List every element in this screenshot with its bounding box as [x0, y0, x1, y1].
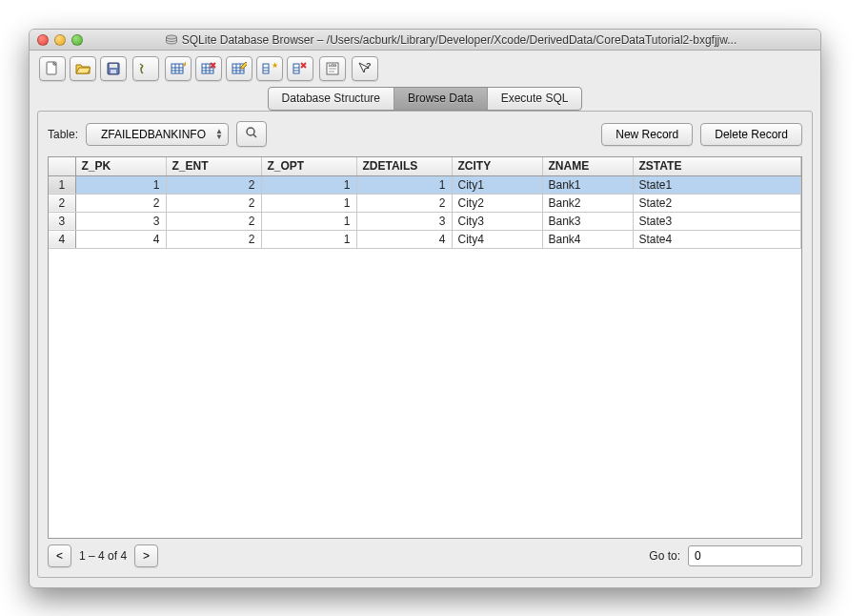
minimize-window-button[interactable]: [54, 34, 66, 46]
table-dropdown[interactable]: ZFAILEDBANKINFO: [86, 123, 229, 146]
table-cell[interactable]: 2: [166, 175, 261, 194]
table-cell[interactable]: 2: [166, 230, 261, 248]
svg-text:?: ?: [366, 61, 372, 71]
table-cell[interactable]: 1: [261, 194, 356, 212]
delete-table-button[interactable]: [195, 56, 222, 81]
table-row[interactable]: 22212City2Bank2State2: [49, 194, 801, 212]
table-cell[interactable]: 1: [261, 212, 356, 230]
table-cell[interactable]: Bank4: [542, 230, 633, 248]
svg-rect-4: [111, 70, 116, 73]
table-cell[interactable]: Bank1: [542, 175, 633, 194]
table-label: Table:: [48, 128, 78, 141]
table-header-zpk[interactable]: Z_PK: [75, 157, 166, 175]
table-row[interactable]: 44214City4Bank4State4: [49, 230, 801, 248]
titlebar: SQLite Database Browser – /Users/acburk/…: [30, 30, 820, 51]
table-cell[interactable]: 4: [75, 230, 166, 248]
table-cell[interactable]: 1: [261, 230, 356, 248]
undo-button[interactable]: [132, 56, 159, 81]
table-cell[interactable]: 2: [166, 194, 261, 212]
browse-data-pane: Table: ZFAILEDBANKINFO ▲▼ New Record Del…: [37, 111, 813, 578]
open-db-button[interactable]: [70, 56, 96, 81]
table-header-zstate[interactable]: ZSTATE: [633, 157, 801, 175]
table-cell[interactable]: 3: [75, 212, 166, 230]
tab-segmented-control: Database Structure Browse Data Execute S…: [268, 87, 583, 111]
close-window-button[interactable]: [37, 34, 49, 46]
table-header-corner: [49, 157, 75, 175]
goto-input[interactable]: [688, 545, 802, 566]
table-cell[interactable]: 1: [75, 175, 166, 194]
table-row[interactable]: 11211City1Bank1State1: [49, 175, 801, 194]
modify-table-button[interactable]: [226, 56, 252, 81]
table-cell[interactable]: State4: [633, 230, 801, 248]
delete-record-button[interactable]: Delete Record: [700, 123, 802, 146]
whats-this-button[interactable]: ?: [352, 56, 378, 81]
delete-index-button[interactable]: [287, 56, 313, 81]
table-cell[interactable]: Bank2: [542, 194, 633, 212]
goto-label: Go to:: [649, 549, 680, 563]
zoom-window-button[interactable]: [71, 34, 83, 46]
sql-log-button[interactable]: LOG: [319, 56, 346, 81]
table-cell[interactable]: City4: [452, 230, 542, 248]
table-cell[interactable]: City1: [452, 175, 542, 194]
table-cell[interactable]: City2: [452, 194, 542, 212]
table-row-header[interactable]: 1: [49, 175, 75, 194]
table-cell[interactable]: 3: [356, 212, 452, 230]
table-cell[interactable]: 4: [356, 230, 452, 248]
table-cell[interactable]: City3: [452, 212, 542, 230]
filter-search-button[interactable]: [236, 121, 267, 147]
table-row-header[interactable]: 2: [49, 194, 75, 212]
svg-point-15: [247, 128, 254, 135]
table-header-zent[interactable]: Z_ENT: [166, 157, 261, 175]
table-cell[interactable]: 2: [166, 212, 261, 230]
pager-prev-button[interactable]: <: [48, 544, 71, 567]
table-selected: ZFAILEDBANKINFO: [101, 128, 206, 141]
new-db-button[interactable]: [39, 56, 66, 81]
toolbar: ★ ★ LOG ?: [30, 51, 820, 87]
db-icon: [165, 34, 178, 46]
create-index-button[interactable]: ★: [256, 56, 283, 81]
search-icon: [245, 126, 258, 139]
table-row[interactable]: 33213City3Bank3State3: [49, 212, 801, 230]
create-table-button[interactable]: ★: [165, 56, 192, 81]
table-cell[interactable]: 1: [356, 175, 452, 194]
table-cell[interactable]: State1: [633, 175, 801, 194]
table-cell[interactable]: 2: [75, 194, 166, 212]
svg-text:★: ★: [272, 61, 277, 70]
window-title: SQLite Database Browser – /Users/acburk/…: [182, 33, 737, 47]
save-db-button[interactable]: [100, 56, 127, 81]
svg-text:LOG: LOG: [329, 63, 336, 68]
data-grid[interactable]: Z_PK Z_ENT Z_OPT ZDETAILS ZCITY ZNAME ZS…: [48, 156, 802, 539]
svg-rect-9: [263, 64, 269, 73]
svg-point-0: [166, 35, 176, 39]
table-header-row: Z_PK Z_ENT Z_OPT ZDETAILS ZCITY ZNAME ZS…: [49, 157, 801, 175]
table-cell[interactable]: 1: [261, 175, 356, 194]
table-header-zdetails[interactable]: ZDETAILS: [356, 157, 452, 175]
table-row-header[interactable]: 3: [49, 212, 75, 230]
pager-next-button[interactable]: >: [134, 544, 158, 567]
table-header-zcity[interactable]: ZCITY: [452, 157, 542, 175]
table-cell[interactable]: Bank3: [542, 212, 633, 230]
svg-text:★: ★: [182, 61, 186, 69]
table-row-header[interactable]: 4: [49, 230, 75, 248]
table-header-zname[interactable]: ZNAME: [542, 157, 633, 175]
table-header-zopt[interactable]: Z_OPT: [261, 157, 356, 175]
new-record-button[interactable]: New Record: [601, 123, 693, 146]
tab-execute-sql[interactable]: Execute SQL: [488, 88, 582, 110]
pager-status: 1 – 4 of 4: [79, 549, 127, 563]
table-cell[interactable]: 2: [356, 194, 452, 212]
pager: < 1 – 4 of 4 >: [48, 544, 158, 567]
svg-rect-3: [110, 64, 117, 68]
tab-browse-data[interactable]: Browse Data: [394, 88, 488, 110]
table-cell[interactable]: State2: [633, 194, 801, 212]
tab-database-structure[interactable]: Database Structure: [269, 88, 394, 110]
app-window: SQLite Database Browser – /Users/acburk/…: [29, 29, 821, 588]
svg-rect-11: [293, 64, 299, 73]
tabbar: Database Structure Browse Data Execute S…: [30, 87, 820, 111]
table-cell[interactable]: State3: [633, 212, 801, 230]
